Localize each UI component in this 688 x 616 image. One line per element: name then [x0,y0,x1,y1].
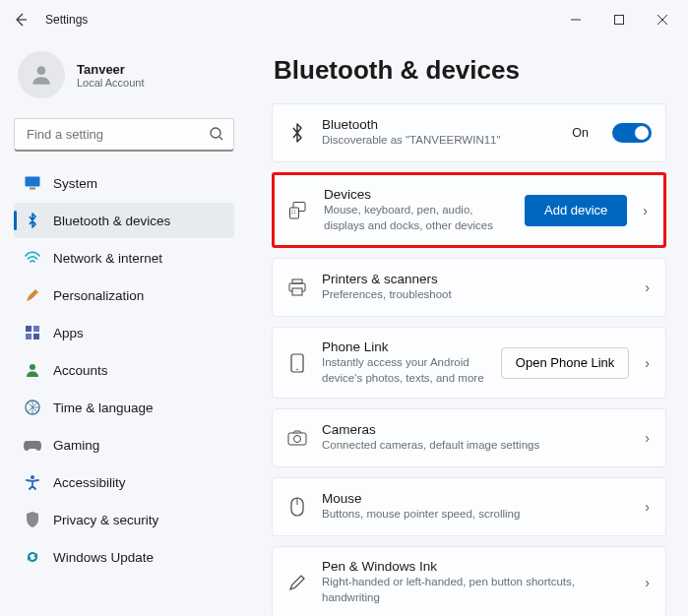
nav-list: System Bluetooth & devices Network & int… [14,165,234,575]
svg-rect-23 [288,433,306,445]
printer-icon [286,278,308,296]
search-icon [209,126,224,146]
pen-icon [286,574,308,591]
svg-point-24 [294,436,301,443]
bluetooth-state-label: On [572,126,589,140]
svg-point-15 [294,210,295,211]
bluetooth-icon [286,123,308,143]
bluetooth-title: Bluetooth [322,117,558,132]
pen-sub: Right-handed or left-handed, pen button … [322,575,629,605]
mouse-icon [286,497,308,517]
nav-label: Privacy & security [53,513,158,527]
printers-title: Printers & scanners [322,272,629,286]
nav-label: System [53,176,97,191]
svg-rect-8 [33,334,39,339]
nav-label: Personalization [53,288,144,303]
nav-label: Network & internet [53,251,162,266]
cameras-sub: Connected cameras, default image setting… [322,438,629,454]
mouse-card[interactable]: Mouse Buttons, mouse pointer speed, scro… [272,477,666,536]
sidebar-item-privacy[interactable]: Privacy & security [14,502,234,537]
chevron-right-icon: › [643,575,652,590]
devices-icon [288,202,310,219]
svg-rect-7 [26,334,31,339]
back-button[interactable] [4,3,37,36]
privacy-icon [24,511,41,528]
svg-point-9 [30,364,35,370]
svg-rect-6 [33,326,39,332]
svg-rect-20 [292,288,302,295]
svg-point-17 [294,212,295,213]
devices-highlight: Devices Mouse, keyboard, pen, audio, dis… [272,172,666,248]
open-phone-link-button[interactable]: Open Phone Link [501,347,629,379]
svg-rect-0 [615,16,624,25]
page-title: Bluetooth & devices [274,55,666,86]
nav-label: Accounts [53,363,108,378]
sidebar-item-bluetooth-devices[interactable]: Bluetooth & devices [14,203,234,238]
cameras-card[interactable]: Cameras Connected cameras, default image… [272,408,666,467]
svg-rect-3 [26,177,40,187]
gaming-icon [24,436,41,454]
devices-card[interactable]: Devices Mouse, keyboard, pen, audio, dis… [275,175,663,245]
bluetooth-sub: Discoverable as "TANVEERWIN11" [322,133,558,149]
mouse-sub: Buttons, mouse pointer speed, scrolling [322,507,629,523]
sidebar-item-personalization[interactable]: Personalization [14,277,234,313]
system-icon [24,174,41,192]
update-icon [24,548,41,566]
phone-icon [286,353,308,373]
close-button[interactable] [641,4,684,35]
svg-rect-18 [292,279,302,283]
phone-sub: Instantly access your Android device's p… [322,355,487,386]
nav-label: Windows Update [53,550,154,565]
svg-rect-4 [30,188,35,190]
devices-title: Devices [324,187,511,202]
chevron-right-icon: › [641,203,650,218]
printers-card[interactable]: Printers & scanners Preferences, trouble… [272,258,666,317]
sidebar-item-apps[interactable]: Apps [14,315,234,350]
window-title: Settings [45,13,88,27]
chevron-right-icon: › [643,430,652,446]
phone-title: Phone Link [322,339,487,354]
pen-card[interactable]: Pen & Windows Ink Right-handed or left-h… [272,546,666,616]
personalization-icon [24,286,41,304]
svg-point-1 [37,66,46,75]
svg-rect-5 [26,326,31,332]
account-block[interactable]: Tanveer Local Account [14,47,234,114]
sidebar-item-network[interactable]: Network & internet [14,240,234,276]
phone-link-card[interactable]: Phone Link Instantly access your Android… [272,327,666,399]
mouse-title: Mouse [322,491,629,506]
search-box [14,118,234,152]
network-icon [24,249,41,267]
bluetooth-icon [24,212,41,229]
sidebar-item-gaming[interactable]: Gaming [14,427,234,462]
bluetooth-toggle[interactable] [612,123,652,143]
accounts-icon [24,361,41,379]
bluetooth-card[interactable]: Bluetooth Discoverable as "TANVEERWIN11"… [272,103,666,162]
avatar [18,51,65,98]
sidebar-item-time-language[interactable]: Time & language [14,390,234,425]
sidebar-item-accounts[interactable]: Accounts [14,352,234,388]
printers-sub: Preferences, troubleshoot [322,287,629,303]
sidebar-item-accessibility[interactable]: Accessibility [14,464,234,500]
add-device-button[interactable]: Add device [525,195,627,226]
account-name: Tanveer [77,62,145,77]
chevron-right-icon: › [643,279,652,295]
nav-label: Bluetooth & devices [53,214,170,228]
main-content: Bluetooth & devices Bluetooth Discoverab… [248,39,688,616]
search-input[interactable] [14,118,234,152]
accessibility-icon [24,473,41,491]
svg-point-16 [291,212,292,213]
svg-point-2 [211,128,220,138]
sidebar-item-system[interactable]: System [14,165,234,201]
time-icon [24,399,41,416]
maximize-button[interactable] [597,4,641,35]
nav-label: Time & language [53,400,154,415]
sidebar-item-windows-update[interactable]: Windows Update [14,539,234,575]
chevron-right-icon: › [643,355,652,371]
svg-point-11 [31,475,34,479]
minimize-button[interactable] [554,4,597,35]
svg-point-14 [291,210,292,211]
svg-point-22 [296,368,298,370]
nav-label: Accessibility [53,475,126,490]
chevron-right-icon: › [643,499,652,515]
account-sub: Local Account [77,77,145,89]
